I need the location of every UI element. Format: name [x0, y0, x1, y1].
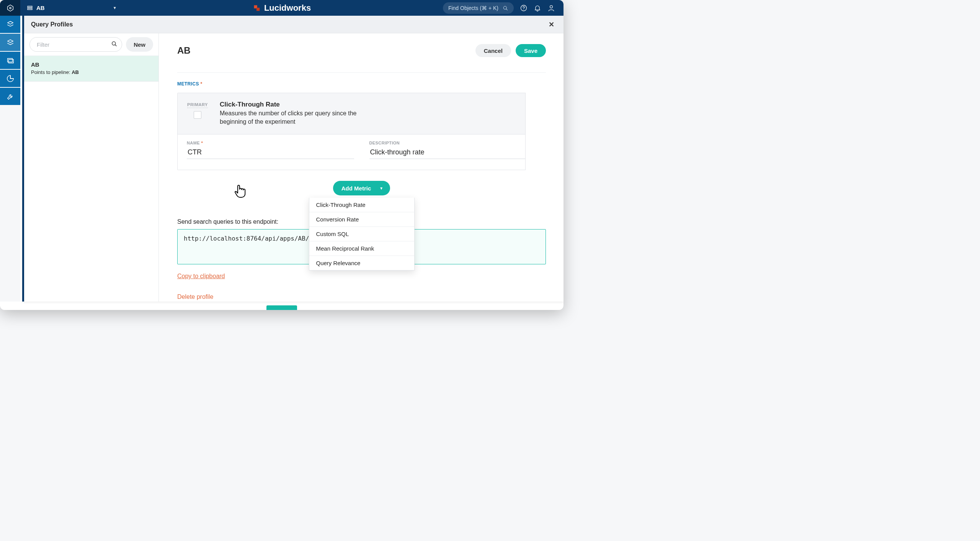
rail-querying[interactable] [0, 34, 20, 51]
topbar: AB ▼ Lucidworks Find Objects (⌘ + K) [0, 0, 564, 16]
name-label: NAME * [187, 141, 354, 145]
dropdown-option[interactable]: Custom SQL [309, 227, 414, 241]
dropdown-option[interactable]: Click-Through Rate [309, 198, 414, 212]
user-icon[interactable] [547, 4, 555, 12]
delete-profile-link[interactable]: Delete profile [177, 293, 213, 300]
metric-desc-input[interactable] [369, 146, 537, 159]
filter-input[interactable] [29, 37, 122, 52]
find-objects[interactable]: Find Objects (⌘ + K) [443, 2, 514, 14]
search-icon [502, 5, 508, 11]
cards-icon [6, 56, 15, 65]
help-icon[interactable] [520, 4, 528, 12]
dropdown-option[interactable]: Conversion Rate [309, 212, 414, 227]
metric-name-input[interactable] [187, 146, 354, 159]
copy-to-clipboard-link[interactable]: Copy to clipboard [177, 273, 225, 280]
panel-title: Query Profiles [31, 21, 73, 28]
search-icon [111, 40, 118, 49]
cursor-pointer-icon [234, 184, 247, 200]
chevron-down-icon: ▼ [379, 186, 383, 190]
svg-line-6 [506, 9, 507, 10]
svg-rect-3 [28, 7, 32, 8]
layers-up-icon [6, 20, 15, 29]
left-rail [0, 16, 20, 302]
stack-icon [26, 5, 33, 11]
add-metric-button[interactable]: Add Metric ▼ [333, 181, 390, 195]
svg-rect-11 [8, 59, 13, 63]
close-icon[interactable]: ✕ [546, 19, 557, 30]
svg-rect-10 [7, 58, 12, 62]
app-name: AB [36, 5, 45, 11]
save-button[interactable]: Save [516, 44, 546, 57]
primary-label: PRIMARY [187, 102, 208, 108]
profile-item[interactable]: AB Points to pipeline: AB [24, 56, 158, 82]
bell-icon[interactable] [534, 4, 541, 12]
query-profiles-panel: Query Profiles ✕ New AB [22, 16, 564, 302]
svg-line-13 [115, 45, 116, 46]
dropdown-option[interactable]: Mean Reciprocal Rank [309, 241, 414, 256]
new-profile-button[interactable]: New [126, 37, 153, 52]
layers-up2-icon [6, 38, 15, 47]
app-switcher[interactable]: AB ▼ [20, 0, 123, 16]
fusion-logo[interactable] [0, 0, 20, 16]
cancel-button[interactable]: Cancel [475, 44, 511, 57]
metric-title: Click-Through Rate [220, 101, 373, 108]
add-metric-dropdown: Click-Through Rate Conversion Rate Custo… [309, 198, 415, 270]
description-label: DESCRIPTION [369, 141, 537, 145]
brand: Lucidworks [253, 3, 311, 13]
progress-indicator [266, 305, 297, 310]
rail-system[interactable] [0, 88, 20, 105]
profile-list: New AB Points to pipeline: AB [24, 33, 159, 302]
wrench-icon [6, 92, 15, 101]
metric-subtitle: Measures the number of clicks per query … [220, 109, 373, 126]
svg-rect-4 [28, 9, 32, 10]
panel-header: Query Profiles ✕ [24, 16, 564, 33]
brand-text: Lucidworks [264, 3, 311, 13]
profile-detail: AB Cancel Save METRICS * PRIMARY [159, 33, 564, 302]
detail-title: AB [177, 45, 191, 56]
rail-analytics[interactable] [0, 70, 20, 87]
pie-icon [6, 74, 15, 83]
profile-subtitle: Points to pipeline: AB [31, 69, 152, 75]
metric-collapse-handle[interactable] [525, 93, 546, 170]
rail-indexing[interactable] [0, 16, 20, 33]
profile-name: AB [31, 61, 152, 68]
metric-card: PRIMARY Click-Through Rate Measures the … [177, 93, 546, 170]
chevron-down-icon: ▼ [113, 6, 117, 10]
add-metric-label: Add Metric [341, 185, 371, 192]
find-objects-placeholder: Find Objects (⌘ + K) [448, 5, 498, 11]
hex-icon [6, 4, 15, 12]
svg-point-9 [550, 5, 553, 8]
svg-rect-2 [28, 6, 32, 7]
svg-point-8 [523, 9, 524, 10]
dropdown-option[interactable]: Query Relevance [309, 256, 414, 270]
brand-icon [253, 4, 261, 12]
svg-marker-0 [7, 5, 13, 11]
metrics-section-label: METRICS * [177, 81, 546, 87]
primary-checkbox[interactable] [194, 111, 201, 119]
rail-relevance[interactable] [0, 52, 20, 69]
svg-point-1 [9, 7, 11, 8]
